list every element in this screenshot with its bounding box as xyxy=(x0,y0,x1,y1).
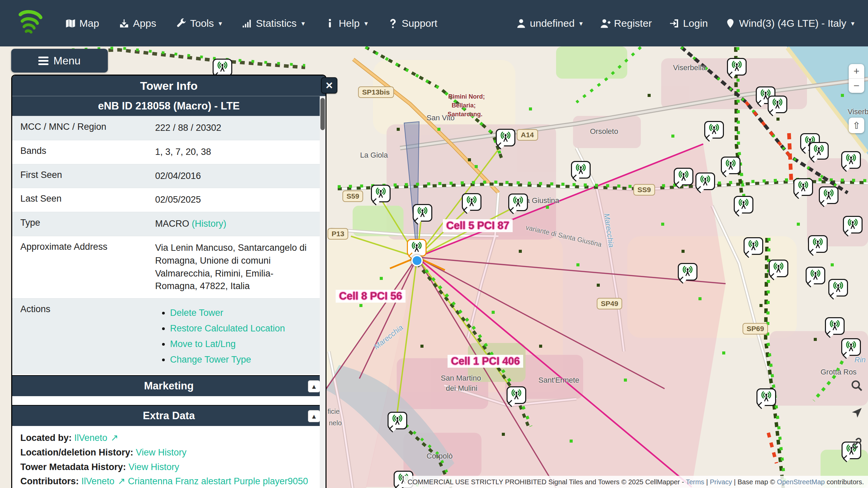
extra-value-links[interactable]: IlVeneto ↗ xyxy=(74,433,118,443)
tower-marker[interactable] xyxy=(462,193,481,211)
road-shield: SS9 xyxy=(633,184,655,196)
cellmapper-logo[interactable] xyxy=(14,8,45,39)
tower-marker[interactable] xyxy=(808,235,828,253)
info-icon xyxy=(324,18,335,29)
chevron-down-icon: ▾ xyxy=(579,19,583,27)
nav-item-label: Register xyxy=(614,18,652,29)
tower-marker[interactable] xyxy=(508,194,528,211)
tower-marker[interactable] xyxy=(678,263,697,281)
nav-item-undefined[interactable]: undefined▾ xyxy=(516,18,583,29)
tower-marker[interactable] xyxy=(496,129,515,146)
place-label: Orsoleto xyxy=(590,127,618,136)
zoom-in-button[interactable]: + xyxy=(849,64,864,79)
tower-marker[interactable] xyxy=(769,260,788,277)
map-send-icon[interactable] xyxy=(850,406,863,419)
action-link[interactable]: Restore Calculated Location xyxy=(170,323,285,333)
tower-marker[interactable] xyxy=(744,237,763,255)
nav-item-help[interactable]: Help▾ xyxy=(324,18,368,29)
close-icon[interactable]: ✕ xyxy=(321,77,337,94)
info-row: First Seen02/04/2016 xyxy=(12,164,321,188)
nav-item-tools[interactable]: Tools▾ xyxy=(176,18,222,29)
tower-marker[interactable] xyxy=(734,196,753,214)
row-label: Approximate Address xyxy=(20,242,155,293)
map-link-icon[interactable] xyxy=(850,437,863,450)
tower-marker[interactable] xyxy=(507,386,526,404)
tower-marker[interactable] xyxy=(841,151,861,169)
tower-marker[interactable] xyxy=(704,121,724,139)
history-link[interactable]: (History) xyxy=(192,219,226,229)
nav-item-label: Statistics xyxy=(256,18,297,29)
panel-scrollbar[interactable] xyxy=(320,96,326,488)
road-shield: P13 xyxy=(328,228,348,240)
nav-item-register[interactable]: Register xyxy=(600,18,652,29)
map-search-icon[interactable] xyxy=(850,379,863,392)
action-item: Delete Tower xyxy=(170,307,313,320)
place-label: ficie xyxy=(328,408,340,415)
action-link[interactable]: Delete Tower xyxy=(170,308,223,318)
place-label: Bellaria; xyxy=(452,102,476,109)
row-value: 1, 3, 7, 20, 38 xyxy=(155,147,211,157)
collapse-up-icon[interactable]: ▴ xyxy=(308,380,320,392)
road-shield: A14 xyxy=(517,129,538,141)
attribution-link[interactable]: OpenStreetMap xyxy=(777,478,825,486)
section-extra-data[interactable]: Extra Data ▴ xyxy=(12,405,326,426)
attribution-text: COMMERCIAL USE STRICTLY PROHIBITED Signa… xyxy=(408,478,686,486)
tower-marker[interactable] xyxy=(727,58,747,76)
tower-marker[interactable] xyxy=(721,157,741,174)
nav-item-label: Map xyxy=(79,18,99,29)
tower-marker[interactable] xyxy=(793,178,813,196)
tower-marker[interactable] xyxy=(809,142,829,160)
sign-in-icon xyxy=(669,18,679,29)
nav-item-wind-3-4g-lte-italy[interactable]: Wind(3) (4G LTE) - Italy▾ xyxy=(725,18,854,29)
action-item: Restore Calculated Location xyxy=(170,322,313,335)
tower-marker[interactable] xyxy=(388,412,407,429)
actions-list: Delete TowerRestore Calculated LocationM… xyxy=(155,307,313,366)
nav-item-support[interactable]: Support xyxy=(388,18,437,29)
road-shield: SP49 xyxy=(597,298,622,309)
tower-marker[interactable] xyxy=(371,185,391,202)
question-icon xyxy=(388,18,398,29)
tower-marker[interactable] xyxy=(806,267,825,284)
nav-item-statistics[interactable]: Statistics▾ xyxy=(242,18,305,29)
place-label: Rimini Nord; xyxy=(448,93,485,100)
tower-marker[interactable] xyxy=(213,59,232,76)
map-pin-icon xyxy=(725,18,736,29)
action-link[interactable]: Move to Lat/Lng xyxy=(170,339,236,349)
row-label: Bands xyxy=(20,146,155,159)
nav-item-apps[interactable]: Apps xyxy=(119,18,156,29)
nav-item-map[interactable]: Map xyxy=(65,18,99,29)
action-link[interactable]: Change Tower Type xyxy=(170,354,251,365)
nav-item-label: Support xyxy=(402,18,437,29)
tower-marker[interactable] xyxy=(841,338,861,356)
tower-marker[interactable] xyxy=(825,317,845,335)
extra-label: Location/deletion History: xyxy=(20,447,136,458)
attribution-link[interactable]: Privacy xyxy=(710,478,732,486)
cell-sector-label: Cell 5 PCI 87 xyxy=(443,219,513,232)
row-label: First Seen xyxy=(20,170,155,183)
zoom-out-button[interactable]: − xyxy=(849,79,864,93)
extra-value-links[interactable]: IlVeneto ↗ Criantenna Franz alestart Pur… xyxy=(81,476,308,486)
info-row: Bands1, 3, 7, 20, 38 xyxy=(12,140,321,164)
extra-value-links[interactable]: View History xyxy=(136,447,187,458)
extra-value-links[interactable]: View History xyxy=(129,462,179,472)
panel-scrollbar-thumb[interactable] xyxy=(320,98,325,130)
nav-item-login[interactable]: Login xyxy=(669,18,708,29)
collapse-up-icon[interactable]: ▴ xyxy=(308,410,320,422)
selected-location-dot xyxy=(411,255,423,266)
menu-button[interactable]: Menu xyxy=(11,49,108,73)
tower-marker[interactable] xyxy=(413,204,432,222)
section-marketing[interactable]: Marketing ▴ xyxy=(12,375,326,396)
place-label: Santarcang. xyxy=(448,111,482,118)
tower-marker[interactable] xyxy=(674,168,693,185)
place-label: Corpolò xyxy=(427,452,453,461)
tower-marker[interactable] xyxy=(843,216,863,233)
tower-marker[interactable] xyxy=(828,279,848,297)
locate-north-button[interactable]: ⇧ xyxy=(849,118,864,133)
tower-marker[interactable] xyxy=(768,96,787,113)
tower-marker[interactable] xyxy=(407,239,427,257)
attribution-link[interactable]: Terms xyxy=(686,478,704,486)
tower-marker[interactable] xyxy=(695,172,715,190)
tower-marker[interactable] xyxy=(571,161,591,179)
tower-marker[interactable] xyxy=(756,388,776,406)
tower-marker[interactable] xyxy=(819,186,839,204)
